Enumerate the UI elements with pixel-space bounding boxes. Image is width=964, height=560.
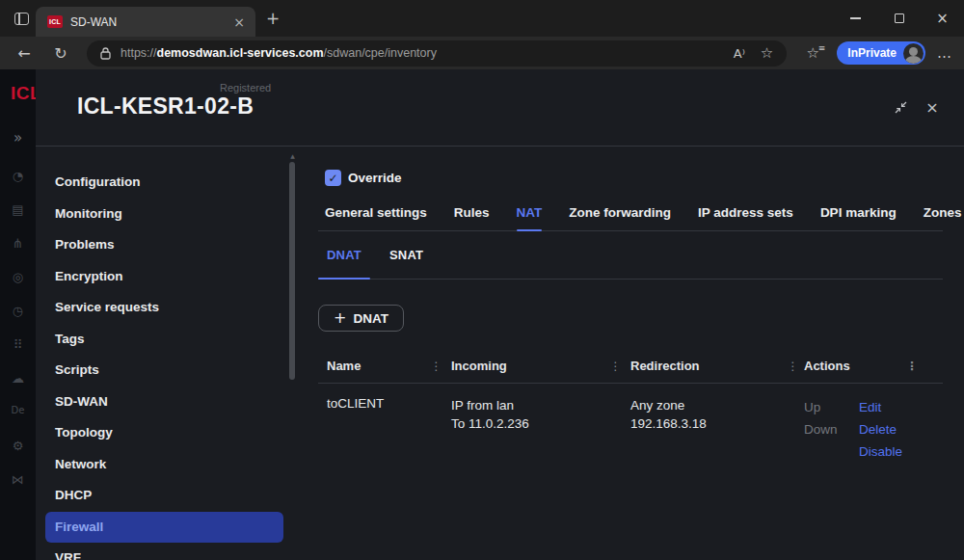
tab-rules[interactable]: Rules bbox=[454, 205, 490, 230]
url-path: /sdwan/cpe/inventory bbox=[324, 46, 437, 60]
sidebar-item-topology[interactable]: Topology bbox=[45, 417, 283, 449]
sidebar-scrollbar[interactable]: ▲ bbox=[289, 152, 296, 558]
location-icon: ◎ bbox=[0, 270, 36, 284]
inprivate-badge[interactable]: InPrivate bbox=[837, 41, 925, 65]
column-menu-icon[interactable]: ⋮ bbox=[609, 360, 622, 373]
page-content: ICL » ◔ ▤ ⋔ ◎ ◷ ⠿ ☁ De ⚙ ⋈ ICL-KESR1-02-… bbox=[0, 69, 964, 560]
profile-avatar bbox=[903, 43, 924, 64]
favorite-star-icon[interactable]: ☆ bbox=[761, 44, 773, 62]
tab-actions-menu-button[interactable] bbox=[11, 8, 32, 29]
tab-zone-forwarding[interactable]: Zone forwarding bbox=[569, 205, 671, 230]
sidebar-item-scripts[interactable]: Scripts bbox=[45, 355, 283, 387]
collapse-icon bbox=[894, 100, 908, 115]
status-badge: Registered bbox=[220, 82, 271, 93]
subtab-snat[interactable]: SNAT bbox=[389, 248, 423, 279]
tab-close-icon[interactable]: × bbox=[230, 13, 248, 31]
read-aloud-icon[interactable]: A⁾ bbox=[734, 46, 745, 61]
inventory-icon: ▤ bbox=[0, 202, 36, 217]
tab-dpi-marking[interactable]: DPI marking bbox=[820, 205, 897, 230]
plus-icon: + bbox=[334, 310, 346, 326]
modal-body: Configuration Monitoring Problems Encryp… bbox=[36, 147, 964, 560]
refresh-button[interactable]: ↻ bbox=[48, 40, 73, 66]
app-nav-rail: ICL » ◔ ▤ ⋔ ◎ ◷ ⠿ ☁ De ⚙ ⋈ bbox=[0, 69, 36, 560]
collections-button[interactable]: ☆≡ bbox=[802, 44, 823, 62]
column-menu-icon[interactable]: ⋮ bbox=[787, 360, 799, 373]
tab-general-settings[interactable]: General settings bbox=[325, 205, 427, 230]
url-scheme: https:// bbox=[120, 46, 157, 60]
column-actions: Actions bbox=[804, 359, 850, 373]
cell-redirection: Any zone 192.168.3.18 bbox=[622, 396, 799, 463]
sidebar-item-tags[interactable]: Tags bbox=[45, 324, 283, 356]
window-controls: × bbox=[834, 0, 964, 37]
modal-close-button[interactable]: × bbox=[924, 98, 941, 116]
override-row: ✓ Override bbox=[325, 170, 943, 186]
nat-subtabs: DNAT SNAT bbox=[318, 248, 943, 280]
tab-nat[interactable]: NAT bbox=[517, 205, 543, 230]
browser-menu-button[interactable]: … bbox=[937, 44, 952, 62]
scrollbar-thumb[interactable] bbox=[289, 162, 295, 380]
back-button[interactable]: ← bbox=[12, 40, 37, 66]
column-incoming: Incoming bbox=[442, 359, 609, 373]
url-host: demosdwan.icl-services.com bbox=[157, 46, 324, 60]
minimize-button[interactable] bbox=[834, 0, 877, 37]
disable-link[interactable]: Disable bbox=[859, 440, 902, 463]
edit-link[interactable]: Edit bbox=[859, 396, 902, 418]
subtab-dnat[interactable]: DNAT bbox=[327, 248, 362, 279]
lock-icon bbox=[100, 47, 111, 60]
new-tab-button[interactable]: + bbox=[263, 10, 282, 29]
device-modal: ICL-KESR1-02-B Registered × Configuratio… bbox=[36, 69, 964, 560]
sidebar-item-dhcp[interactable]: DHCP bbox=[45, 480, 283, 512]
tab-zones[interactable]: Zones bbox=[924, 205, 962, 230]
address-bar[interactable]: https://demosdwan.icl-services.com/sdwan… bbox=[87, 40, 787, 67]
collapse-button[interactable] bbox=[892, 98, 909, 116]
tab-ip-address-sets[interactable]: IP address sets bbox=[698, 205, 793, 230]
sidebar-item-monitoring[interactable]: Monitoring bbox=[45, 199, 283, 230]
browser-toolbar: ← ↻ https://demosdwan.icl-services.com/s… bbox=[0, 37, 964, 69]
sidebar-item-service-requests[interactable]: Service requests bbox=[45, 292, 283, 324]
redirection-line-2: 192.168.3.18 bbox=[630, 414, 799, 433]
cell-name: toCLIENT bbox=[318, 396, 442, 463]
incoming-line-2: To 11.0.2.236 bbox=[451, 414, 622, 433]
collections-lines-icon: ≡ bbox=[818, 43, 826, 53]
cell-actions: Up Down Edit Delete Disable bbox=[799, 396, 943, 463]
maximize-button[interactable] bbox=[877, 0, 921, 37]
sidebar-item-configuration[interactable]: Configuration bbox=[45, 167, 283, 199]
firewall-tabs: General settings Rules NAT Zone forwardi… bbox=[318, 205, 943, 231]
sidebar-item-network[interactable]: Network bbox=[45, 449, 283, 481]
modal-sidebar: Configuration Monitoring Problems Encryp… bbox=[36, 147, 299, 560]
site-favicon: ICL bbox=[47, 15, 63, 28]
action-links: Edit Delete Disable bbox=[859, 396, 902, 463]
delete-link[interactable]: Delete bbox=[859, 418, 902, 440]
rail-expand-icon: » bbox=[0, 129, 36, 147]
dashboard-icon: ◔ bbox=[0, 169, 36, 183]
sidebar-item-sdwan[interactable]: SD-WAN bbox=[45, 387, 283, 418]
move-down-button[interactable]: Down bbox=[804, 418, 859, 440]
inprivate-label: InPrivate bbox=[847, 46, 897, 60]
share-icon: ⋔ bbox=[0, 236, 36, 251]
add-dnat-button[interactable]: + DNAT bbox=[318, 305, 404, 332]
browser-window: ICL SD-WAN × + × ← ↻ https://demosdwan.i… bbox=[0, 0, 964, 560]
dnat-table-header: Name ⋮ Incoming ⋮ Redirection ⋮ Actions … bbox=[318, 349, 943, 384]
column-actions-wrap: Actions ⋮ bbox=[799, 359, 943, 373]
tab-actions-icon bbox=[14, 13, 29, 25]
column-menu-icon[interactable]: ⋮ bbox=[430, 360, 442, 373]
table-row: toCLIENT IP from lan To 11.0.2.236 Any z… bbox=[318, 384, 943, 463]
sidebar-item-firewall[interactable]: Firewall bbox=[45, 512, 283, 544]
column-menu-icon[interactable]: ⋮ bbox=[906, 360, 918, 373]
sidebar-item-vrf[interactable]: VRF bbox=[45, 543, 283, 560]
modal-header: ICL-KESR1-02-B Registered × bbox=[36, 69, 964, 147]
sidebar-item-problems[interactable]: Problems bbox=[45, 229, 283, 261]
apps-icon: ⠿ bbox=[0, 337, 36, 352]
window-close-button[interactable]: × bbox=[921, 0, 964, 37]
column-redirection: Redirection bbox=[622, 359, 787, 373]
app-logo: ICL bbox=[11, 83, 36, 104]
move-up-button[interactable]: Up bbox=[804, 396, 859, 418]
sidebar-item-encryption[interactable]: Encryption bbox=[45, 261, 283, 293]
move-buttons: Up Down bbox=[804, 396, 859, 463]
cloud-icon: ☁ bbox=[0, 371, 36, 386]
override-checkbox[interactable]: ✓ bbox=[325, 170, 341, 186]
browser-tab[interactable]: ICL SD-WAN × bbox=[36, 7, 255, 37]
tab-title: SD-WAN bbox=[70, 15, 230, 29]
scroll-up-icon: ▲ bbox=[289, 152, 296, 159]
history-icon: ◷ bbox=[0, 304, 36, 318]
